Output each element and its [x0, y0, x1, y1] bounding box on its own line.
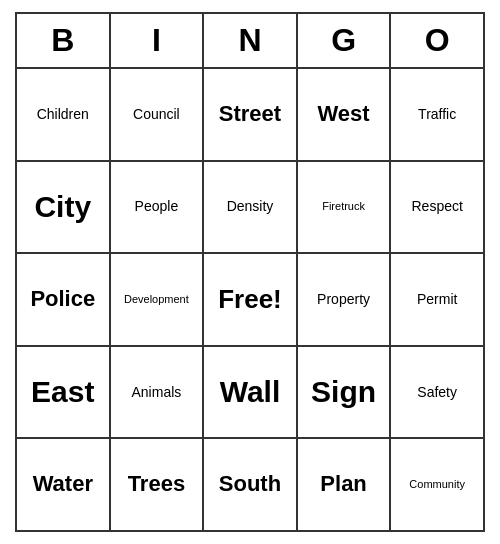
bingo-cell: City	[17, 162, 111, 253]
bingo-header: BINGO	[17, 14, 483, 69]
bingo-body: ChildrenCouncilStreetWestTrafficCityPeop…	[17, 69, 483, 530]
bingo-cell: Police	[17, 254, 111, 345]
bingo-card: BINGO ChildrenCouncilStreetWestTrafficCi…	[15, 12, 485, 532]
bingo-cell: People	[111, 162, 205, 253]
bingo-cell: Sign	[298, 347, 392, 438]
bingo-cell: Free!	[204, 254, 298, 345]
bingo-cell: Trees	[111, 439, 205, 530]
header-letter: I	[111, 14, 205, 67]
bingo-cell: Street	[204, 69, 298, 160]
header-letter: N	[204, 14, 298, 67]
bingo-cell: Density	[204, 162, 298, 253]
header-letter: B	[17, 14, 111, 67]
bingo-row: PoliceDevelopmentFree!PropertyPermit	[17, 254, 483, 347]
bingo-cell: South	[204, 439, 298, 530]
bingo-cell: Traffic	[391, 69, 483, 160]
bingo-cell: Animals	[111, 347, 205, 438]
bingo-cell: Respect	[391, 162, 483, 253]
bingo-cell: Wall	[204, 347, 298, 438]
bingo-cell: Children	[17, 69, 111, 160]
bingo-cell: Permit	[391, 254, 483, 345]
bingo-row: WaterTreesSouthPlanCommunity	[17, 439, 483, 530]
bingo-cell: Council	[111, 69, 205, 160]
bingo-cell: Firetruck	[298, 162, 392, 253]
bingo-row: ChildrenCouncilStreetWestTraffic	[17, 69, 483, 162]
bingo-cell: Water	[17, 439, 111, 530]
header-letter: G	[298, 14, 392, 67]
bingo-cell: Property	[298, 254, 392, 345]
bingo-cell: East	[17, 347, 111, 438]
bingo-cell: Plan	[298, 439, 392, 530]
bingo-cell: West	[298, 69, 392, 160]
header-letter: O	[391, 14, 483, 67]
bingo-cell: Community	[391, 439, 483, 530]
bingo-cell: Safety	[391, 347, 483, 438]
bingo-cell: Development	[111, 254, 205, 345]
bingo-row: EastAnimalsWallSignSafety	[17, 347, 483, 440]
bingo-row: CityPeopleDensityFiretruckRespect	[17, 162, 483, 255]
